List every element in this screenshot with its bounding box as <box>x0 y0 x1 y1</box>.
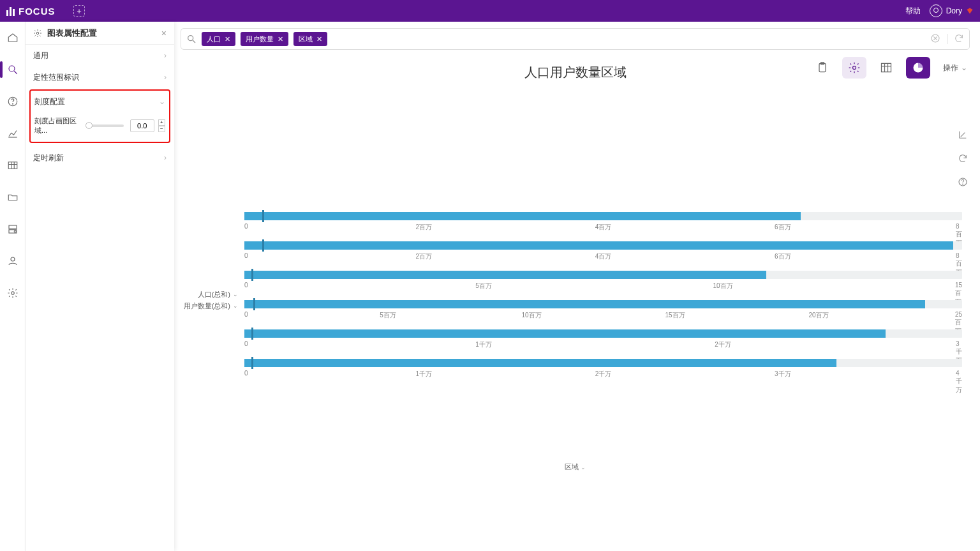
axis-tick: 6百万 <box>775 223 791 232</box>
section-refresh[interactable]: 定时刷新 › <box>26 147 174 169</box>
nav-folder[interactable] <box>0 188 26 207</box>
bar-fill[interactable] <box>244 329 886 338</box>
toolbar-settings[interactable] <box>842 57 866 79</box>
scale-value-input[interactable] <box>130 119 154 132</box>
add-tab-button[interactable]: ＋ <box>73 5 85 17</box>
scale-spinner: + − <box>158 119 165 132</box>
bar-fill[interactable] <box>244 241 953 250</box>
axis-tick: 15百万 <box>665 311 685 320</box>
bar-axis: 05百万10百万15百万20百万25百万 <box>244 311 962 321</box>
config-panel-title: 图表属性配置 <box>47 27 97 39</box>
x-axis-label[interactable]: 区域⌄ <box>181 462 970 472</box>
y-label-0[interactable]: 人口(总和)⌄ <box>181 289 238 300</box>
bar-fill[interactable] <box>244 359 836 367</box>
bar-mark <box>253 298 255 310</box>
toolbar-clipboard[interactable] <box>810 57 835 79</box>
chevron-right-icon: › <box>164 51 167 60</box>
edit-axis-icon[interactable] <box>958 130 968 142</box>
bar-axis: 02百万4百万6百万8百万 <box>244 223 962 233</box>
axis-tick: 1千万 <box>415 370 432 379</box>
close-icon[interactable]: × <box>161 28 167 38</box>
nav-rail <box>0 22 26 551</box>
axis-tick: 2千万 <box>595 370 612 379</box>
svg-point-9 <box>36 32 39 34</box>
nav-home[interactable] <box>0 28 26 47</box>
chevron-down-icon: ⌄ <box>159 97 165 106</box>
scale-increment[interactable]: + <box>158 119 165 126</box>
section-refresh-label: 定时刷新 <box>33 153 64 163</box>
scale-decrement[interactable]: − <box>158 126 165 132</box>
chart-help-icon[interactable] <box>958 177 968 189</box>
query-pill-1[interactable]: 用户数量✕ <box>241 32 288 46</box>
bar-fill[interactable] <box>244 271 766 279</box>
bar-row: 02百万4百万6百万8百万 <box>244 238 962 268</box>
svg-point-6 <box>14 230 16 232</box>
section-range-marker[interactable]: 定性范围标识 › <box>26 66 174 88</box>
query-pill-2[interactable]: 区域✕ <box>293 32 327 46</box>
chevron-right-icon: › <box>164 153 167 162</box>
svg-point-0 <box>9 66 15 72</box>
bar-row: 05百万10百万15百万 <box>244 268 962 297</box>
axis-tick: 0 <box>244 282 248 289</box>
scale-area-label: 刻度占画图区域... <box>34 116 79 135</box>
query-bar[interactable]: 人口✕ 用户数量✕ 区域✕ <box>181 28 970 50</box>
chevron-down-icon: ⌄ <box>581 464 586 471</box>
axis-tick: 5百万 <box>380 311 396 320</box>
chevron-down-icon: ⌄ <box>233 303 238 309</box>
axis-tick: 4百万 <box>595 223 612 232</box>
nav-table[interactable] <box>0 156 26 175</box>
scale-slider-row: 刻度占画图区域... + − <box>31 112 169 142</box>
nav-user[interactable] <box>0 252 26 271</box>
section-general[interactable]: 通用 › <box>26 45 174 66</box>
toolbar-table-view[interactable] <box>874 57 898 79</box>
nav-settings[interactable] <box>0 283 26 303</box>
svg-rect-4 <box>9 225 17 229</box>
query-pill-0[interactable]: 人口✕ <box>202 32 235 46</box>
pill-remove-icon[interactable]: ✕ <box>316 35 322 43</box>
bar-fill[interactable] <box>244 212 801 220</box>
y-label-1[interactable]: 用户数量(总和)⌄ <box>181 300 238 312</box>
svg-point-2 <box>12 103 13 104</box>
nav-search[interactable] <box>0 60 26 79</box>
axis-tick: 1千万 <box>475 340 492 349</box>
nav-help[interactable] <box>0 92 26 111</box>
scale-slider[interactable] <box>85 125 124 127</box>
bar-mark <box>262 210 264 222</box>
user-menu[interactable]: Dory <box>930 4 974 17</box>
svg-point-14 <box>853 66 856 70</box>
pill-remove-icon[interactable]: ✕ <box>225 35 230 43</box>
bar-row: 01千万2千万3千万 <box>244 326 962 356</box>
bar-mark <box>251 357 253 369</box>
toolbar-chart-view[interactable] <box>906 57 930 79</box>
svg-point-8 <box>11 292 14 295</box>
avatar-icon <box>930 4 942 17</box>
axis-tick: 10百万 <box>521 311 541 320</box>
operate-menu[interactable]: 操作⌄ <box>943 63 967 73</box>
refresh-query-icon[interactable] <box>954 33 964 45</box>
axis-tick: 2千万 <box>715 340 731 349</box>
chart-side-tools <box>953 130 972 189</box>
axis-tick: 0 <box>244 252 248 259</box>
bar-fill[interactable] <box>244 300 925 308</box>
axis-tick: 10百万 <box>713 282 732 291</box>
nav-chart[interactable] <box>0 124 26 143</box>
nav-resource[interactable] <box>0 220 26 239</box>
pill-remove-icon[interactable]: ✕ <box>278 35 283 43</box>
topbar: FOCUS ＋ 帮助 Dory <box>0 0 980 22</box>
refresh-chart-icon[interactable] <box>958 153 968 165</box>
config-panel: 图表属性配置 × 通用 › 定性范围标识 › 刻度配置 ⌄ 刻度占画图区域...… <box>26 22 174 551</box>
y-axis-labels: 人口(总和)⌄ 用户数量(总和)⌄ <box>181 289 238 312</box>
chevron-right-icon: › <box>164 73 167 82</box>
svg-rect-3 <box>8 162 17 169</box>
clear-query-icon[interactable] <box>930 33 940 45</box>
svg-point-7 <box>11 257 15 261</box>
chevron-down-icon: ⌄ <box>961 63 967 72</box>
brand: FOCUS <box>6 6 56 17</box>
axis-tick: 20百万 <box>808 311 828 320</box>
section-scale-header[interactable]: 刻度配置 ⌄ <box>31 91 169 112</box>
section-scale-label: 刻度配置 <box>34 96 65 107</box>
gear-icon <box>33 29 42 38</box>
chart-bars: 02百万4百万6百万8百万02百万4百万6百万8百万05百万10百万15百万05… <box>244 209 962 385</box>
bar-axis: 02百万4百万6百万8百万 <box>244 252 962 262</box>
help-link[interactable]: 帮助 <box>905 6 921 17</box>
